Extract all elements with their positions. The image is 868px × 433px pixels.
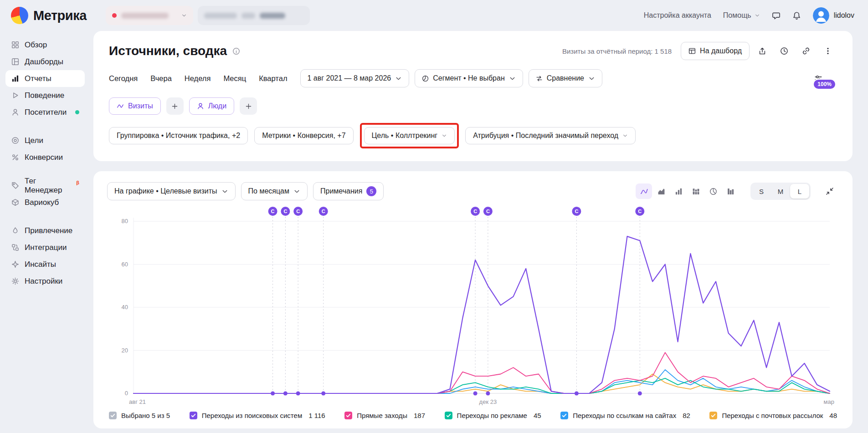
note-marker[interactable]: C bbox=[572, 207, 581, 216]
note-marker[interactable]: C bbox=[293, 207, 303, 216]
add-people-metric-button[interactable] bbox=[240, 97, 257, 115]
sidebar-item-integrations[interactable]: Интеграции bbox=[5, 239, 85, 256]
history-button[interactable] bbox=[775, 42, 793, 60]
logo[interactable]: Метрика bbox=[11, 7, 87, 24]
gear-icon bbox=[11, 277, 19, 285]
metrics-chip[interactable]: Метрики • Конверсия, +7 bbox=[254, 127, 353, 144]
beta-badge: β bbox=[76, 180, 79, 185]
notifications-bell-icon[interactable] bbox=[792, 11, 801, 20]
svg-text:C: C bbox=[473, 209, 477, 214]
more-actions-button[interactable] bbox=[819, 42, 837, 60]
avatar bbox=[813, 7, 829, 24]
counter-selector-blurred[interactable] bbox=[106, 6, 193, 25]
legend-item[interactable]: Переходы с почтовых рассылок48 bbox=[709, 412, 837, 419]
note-marker[interactable]: C bbox=[281, 207, 290, 216]
metric-people-button[interactable]: Люди bbox=[189, 97, 234, 115]
add-visits-metric-button[interactable] bbox=[166, 97, 184, 115]
legend-item[interactable]: Прямые заходы187 bbox=[344, 412, 425, 419]
chart-type-bars-button[interactable] bbox=[670, 183, 687, 199]
flame-icon bbox=[11, 227, 19, 234]
sidebar-item-reports[interactable]: Отчеты bbox=[5, 70, 85, 87]
counter-id-blurred[interactable] bbox=[198, 6, 310, 25]
note-marker[interactable]: C bbox=[483, 207, 493, 216]
chevron-down-icon bbox=[509, 75, 516, 82]
chart-granularity-picker[interactable]: По месяцам bbox=[241, 182, 308, 200]
grouping-chip[interactable]: Группировка • Источник трафика, +2 bbox=[109, 127, 248, 144]
size-small-button[interactable]: S bbox=[752, 184, 771, 199]
person-icon bbox=[11, 108, 19, 116]
logo-text: Метрика bbox=[33, 8, 87, 23]
sidebar-item-behavior[interactable]: Поведение bbox=[5, 87, 85, 104]
period-tab[interactable]: Вчера bbox=[150, 74, 172, 83]
sidebar-item-tag-manager[interactable]: Тег Менеджерβ bbox=[5, 177, 85, 194]
chevron-down-icon bbox=[588, 75, 595, 82]
sidebar-item-visitors[interactable]: Посетители bbox=[5, 104, 85, 121]
counter-status-dot bbox=[112, 13, 117, 18]
blurred-text bbox=[204, 13, 237, 19]
checkbox-checked-icon bbox=[190, 412, 197, 419]
to-dashboard-label: На дашборд bbox=[700, 47, 742, 55]
chart-metric-picker[interactable]: На графике • Целевые визиты bbox=[107, 182, 236, 200]
notes-button[interactable]: Примечания 5 bbox=[313, 182, 384, 200]
legend-item[interactable]: Переходы по рекламе45 bbox=[445, 412, 541, 419]
chart-type-stacked-button[interactable] bbox=[688, 183, 704, 199]
svg-text:C: C bbox=[283, 209, 287, 214]
sidebar-item-dashboards[interactable]: Дашборды bbox=[5, 53, 85, 70]
collapse-chart-button[interactable] bbox=[821, 182, 839, 200]
topbar: Метрика Настройка аккаунта Помощь lidolo… bbox=[0, 0, 868, 31]
person-icon bbox=[197, 102, 204, 110]
attribution-chip[interactable]: Атрибуция • Последний значимый переход bbox=[465, 127, 636, 144]
feedback-chat-icon[interactable] bbox=[772, 11, 781, 20]
user-menu[interactable]: lidolov bbox=[813, 7, 854, 24]
note-marker[interactable]: C bbox=[268, 207, 277, 216]
notes-count-badge: 5 bbox=[366, 186, 376, 196]
chart-type-area-button[interactable] bbox=[653, 183, 669, 199]
account-settings-link[interactable]: Настройка аккаунта bbox=[644, 11, 711, 20]
legend-select-all[interactable]: Выбрано 5 из 5 bbox=[109, 412, 170, 419]
size-large-button[interactable]: L bbox=[790, 184, 809, 199]
sidebar-item-overview[interactable]: Обзор bbox=[5, 36, 85, 53]
sidebar-item-variocube[interactable]: Вариокуб bbox=[5, 194, 85, 211]
info-icon[interactable] bbox=[232, 47, 240, 55]
sidebar-item-insights[interactable]: Инсайты bbox=[5, 256, 85, 273]
sidebar-item-goals[interactable]: Цели bbox=[5, 132, 85, 149]
note-marker[interactable]: C bbox=[471, 207, 480, 216]
note-marker[interactable]: C bbox=[635, 207, 644, 216]
metric-visits-button[interactable]: Визиты bbox=[109, 97, 161, 115]
size-medium-button[interactable]: M bbox=[771, 184, 790, 199]
period-tabs: СегодняВчераНеделяМесяцКвартал bbox=[109, 74, 288, 83]
metric-visits-label: Визиты bbox=[128, 102, 153, 110]
line-chart[interactable]: 020406080CCCCCCCCавг 21дек 23мар bbox=[107, 203, 839, 408]
sidebar-item-conversions[interactable]: Конверсии bbox=[5, 149, 85, 166]
period-tab[interactable]: Квартал bbox=[259, 74, 287, 83]
checkbox-checked-icon bbox=[709, 412, 717, 419]
integrations-icon bbox=[11, 244, 19, 251]
legend-item[interactable]: Переходы по ссылкам на сайтах82 bbox=[560, 412, 690, 419]
period-tab[interactable]: Месяц bbox=[223, 74, 246, 83]
date-range-picker[interactable]: 1 авг 2021 — 8 мар 2026 bbox=[300, 69, 410, 87]
segment-picker[interactable]: Сегмент • Не выбран bbox=[415, 69, 523, 87]
goal-chip[interactable]: Цель • Коллтрекинг bbox=[364, 127, 455, 144]
to-dashboard-button[interactable]: На дашборд bbox=[681, 42, 750, 60]
help-menu[interactable]: Помощь bbox=[723, 11, 760, 20]
blurred-text bbox=[241, 13, 255, 19]
blurred-counter-name bbox=[121, 13, 169, 19]
sidebar-item-acquisition[interactable]: Привлечение bbox=[5, 222, 85, 239]
chevron-down-icon bbox=[442, 133, 447, 138]
chevron-down-icon bbox=[395, 75, 402, 82]
period-tab[interactable]: Неделя bbox=[185, 74, 211, 83]
period-tab[interactable]: Сегодня bbox=[109, 74, 138, 83]
checkbox-checked-icon bbox=[445, 412, 452, 419]
chart-type-line-button[interactable] bbox=[636, 183, 652, 199]
chart-type-pie-button[interactable] bbox=[705, 183, 721, 199]
sampling-button[interactable]: 100% bbox=[808, 69, 829, 87]
note-marker[interactable]: C bbox=[319, 207, 328, 216]
compare-icon bbox=[536, 75, 543, 82]
chevron-down-icon bbox=[221, 188, 228, 195]
export-button[interactable] bbox=[753, 42, 771, 60]
copy-link-button[interactable] bbox=[797, 42, 815, 60]
legend-item[interactable]: Переходы из поисковых систем1 116 bbox=[190, 412, 325, 419]
sidebar-item-settings[interactable]: Настройки bbox=[5, 273, 85, 290]
chart-type-columns-button[interactable] bbox=[722, 183, 739, 199]
comparison-picker[interactable]: Сравнение bbox=[529, 69, 602, 87]
